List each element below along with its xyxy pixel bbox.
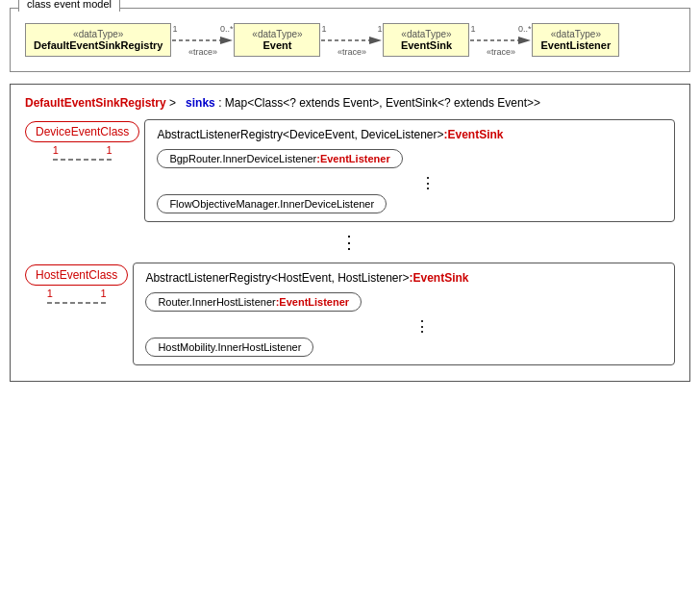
section2: HostEventClass 1 1 AbstractListenerRegis… (25, 263, 675, 365)
section2-event-class-text: HostEventClass (36, 268, 117, 282)
arrow3-numbers: 1 0..* (470, 24, 531, 34)
section2-pill-1: Router.InnerHostListener:EventListener (145, 292, 362, 312)
diagram-row: «dataType» DefaultEventSinkRegistry 1 0.… (25, 23, 675, 57)
section2-right-title-text: AbstractListenerRegistry<HostEvent, Host… (145, 271, 409, 285)
section2-dots: ⋮ (184, 317, 662, 336)
arrow3-from: 1 (470, 24, 475, 34)
section2-pill2-text: HostMobility.InnerHostListener (158, 341, 301, 353)
main-diagram-container: DefaultEventSinkRegistry > sinks : Map<C… (10, 84, 690, 382)
section1-pill-2: FlowObjectiveManager.InnerDeviceListener (157, 194, 387, 213)
arrow2-svg (321, 34, 382, 47)
section1-mult-right: 1 (107, 144, 112, 156)
section1-event-class-label: DeviceEventClass (25, 121, 139, 142)
section2-pill1-suffix: :EventListener (276, 296, 349, 308)
middle-dots: ⋮ (25, 232, 675, 253)
section1-dots: ⋮ (195, 174, 662, 192)
section2-mult-right: 1 (101, 288, 107, 299)
section2-dashed-line (47, 299, 107, 307)
arrow-3: 1 0..* «trace» (469, 24, 532, 57)
arrow1-line (172, 34, 233, 47)
uml-box-4: «dataType» EventListener (532, 23, 619, 57)
section1-mult-row: 1 1 (53, 144, 112, 156)
section1-right-box: AbstractListenerRegistry<DeviceEvent, De… (144, 119, 675, 222)
section2-right-title-suffix: :EventSink (410, 271, 469, 285)
header-field: sinks (186, 96, 215, 110)
stereotype-3: «dataType» (391, 29, 461, 39)
arrow1-from: 1 (172, 24, 177, 34)
stereotype-1: «dataType» (34, 29, 162, 39)
arrow1-label: «trace» (188, 47, 217, 57)
uml-box-3: «dataType» EventSink (383, 23, 469, 57)
stereotype-2: «dataType» (242, 29, 312, 39)
section1-dashed-line (53, 156, 112, 163)
arrow3-label: «trace» (487, 47, 515, 57)
section1: DeviceEventClass 1 1 AbstractListenerReg… (25, 119, 675, 222)
header-chevron: > (169, 96, 176, 110)
arrow2-to: 1 (377, 24, 382, 34)
section1-event-class-text: DeviceEventClass (36, 125, 129, 138)
arrow2-from: 1 (321, 24, 326, 34)
arrow3-line (470, 34, 531, 47)
arrow3-to: 0..* (518, 24, 532, 34)
svg-marker-5 (518, 37, 531, 44)
classname-4: EventListener (540, 39, 611, 51)
stereotype-4: «dataType» (540, 29, 611, 39)
arrow2-line (321, 34, 382, 47)
section1-right-title: AbstractListenerRegistry<DeviceEvent, De… (157, 128, 662, 141)
section1-left: DeviceEventClass 1 1 (25, 121, 139, 163)
arrow-1: 1 0..* «trace» (171, 24, 234, 57)
section2-left: HostEventClass 1 1 (25, 264, 128, 307)
section2-mult-left: 1 (47, 288, 53, 299)
diagram-tab-label: class event model (27, 0, 112, 10)
uml-box-2: «dataType» Event (234, 23, 320, 57)
arrow1-svg (172, 34, 233, 47)
header-colon: : (218, 96, 221, 110)
section1-right-title-text: AbstractListenerRegistry<DeviceEvent, De… (157, 128, 443, 141)
section2-pill-2: HostMobility.InnerHostListener (145, 338, 313, 357)
section1-pill2-text: FlowObjectiveManager.InnerDeviceListener (169, 198, 374, 210)
svg-marker-1 (220, 37, 233, 44)
svg-marker-3 (369, 37, 382, 44)
main-header: DefaultEventSinkRegistry > sinks : Map<C… (25, 94, 675, 112)
classname-3: EventSink (391, 39, 461, 51)
arrow-2: 1 1 «trace» (320, 24, 383, 57)
arrow3-svg (470, 34, 531, 47)
uml-box-1: «dataType» DefaultEventSinkRegistry (25, 23, 171, 57)
header-class-name: DefaultEventSinkRegistry (25, 96, 166, 110)
section1-pill1-suffix: :EventListener (316, 153, 389, 164)
section2-event-class-label: HostEventClass (25, 264, 128, 286)
section1-pill1-text: BgpRouter.InnerDeviceListener (169, 153, 316, 164)
section1-right-title-suffix: :EventSink (444, 128, 504, 141)
arrow1-numbers: 1 0..* (172, 24, 233, 34)
classname-1: DefaultEventSinkRegistry (34, 39, 162, 51)
section2-pill1-text: Router.InnerHostListener (158, 296, 275, 308)
header-field-type: Map<Class<? extends Event>, EventSink<? … (225, 96, 540, 110)
classname-2: Event (242, 39, 312, 51)
top-diagram-container: class event model «dataType» DefaultEven… (10, 8, 690, 72)
arrow2-numbers: 1 1 (321, 24, 382, 34)
section2-right-title: AbstractListenerRegistry<HostEvent, Host… (145, 271, 662, 285)
section1-pill-1: BgpRouter.InnerDeviceListener:EventListe… (157, 149, 402, 168)
section1-mult-left: 1 (53, 144, 59, 156)
section2-mult-row: 1 1 (47, 288, 107, 299)
arrow2-label: «trace» (338, 47, 366, 57)
arrow1-to: 0..* (220, 24, 234, 34)
diagram-tab: class event model (18, 0, 120, 12)
section2-right-box: AbstractListenerRegistry<HostEvent, Host… (133, 263, 675, 365)
